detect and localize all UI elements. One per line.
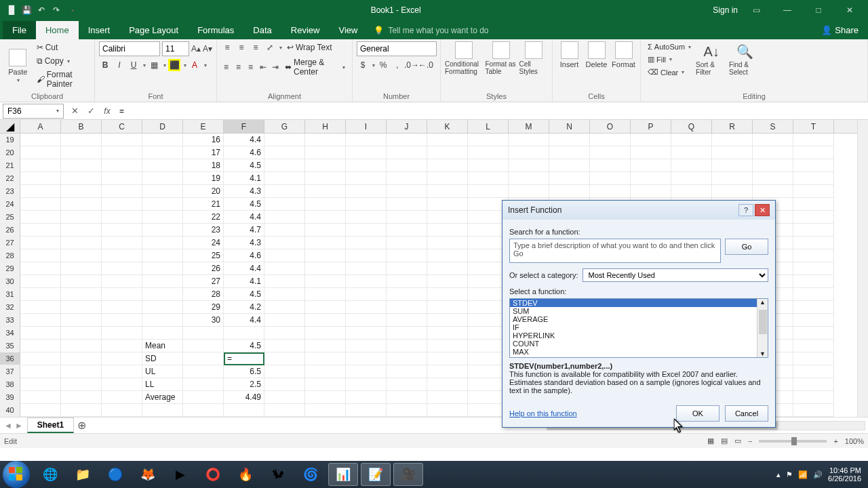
cell[interactable]	[468, 159, 509, 172]
maximize-icon[interactable]: □	[806, 0, 831, 20]
cell[interactable]	[671, 159, 712, 172]
cell[interactable]	[468, 172, 509, 185]
cell[interactable]	[793, 391, 834, 404]
cell[interactable]	[427, 314, 468, 327]
col-header-O[interactable]: O	[590, 120, 631, 133]
cell[interactable]	[793, 159, 834, 172]
cell[interactable]	[20, 224, 61, 237]
row-header[interactable]: 28	[0, 249, 20, 262]
cell[interactable]	[671, 185, 712, 198]
cell[interactable]	[61, 365, 102, 378]
cell[interactable]	[61, 159, 102, 172]
cell[interactable]	[346, 185, 387, 198]
cell[interactable]	[305, 262, 346, 275]
number-format-combo[interactable]	[357, 41, 437, 56]
cell[interactable]	[468, 134, 509, 146]
taskbar-app1-icon[interactable]: ▶	[165, 463, 195, 486]
cell[interactable]	[387, 352, 427, 365]
cell[interactable]	[305, 391, 346, 404]
cell[interactable]	[387, 301, 427, 314]
function-list-item[interactable]: AVERAGE	[510, 315, 768, 323]
cell[interactable]	[793, 185, 834, 198]
cell[interactable]: 4.4	[224, 262, 264, 275]
bold-button[interactable]: B	[99, 59, 111, 71]
cell[interactable]	[793, 146, 834, 159]
cell[interactable]	[346, 391, 387, 404]
view-page-layout-icon[interactable]: ▤	[721, 436, 728, 445]
cell[interactable]	[20, 185, 61, 198]
delete-cells-button[interactable]: Delete	[584, 41, 609, 68]
cut-button[interactable]: ✂Cut	[34, 41, 90, 54]
cell[interactable]	[305, 237, 346, 249]
qat-customize-icon[interactable]: ▾	[66, 4, 79, 16]
cell[interactable]	[793, 211, 834, 224]
cell[interactable]	[20, 198, 61, 211]
cell[interactable]	[427, 224, 468, 237]
tell-me-search[interactable]: 💡 Tell me what you want to do	[367, 22, 495, 39]
cell[interactable]	[387, 159, 427, 172]
col-header-K[interactable]: K	[427, 120, 468, 133]
tray-network-icon[interactable]: 📶	[798, 470, 808, 479]
insert-function-icon[interactable]: fx	[99, 106, 115, 116]
cell[interactable]	[590, 172, 631, 185]
formula-input[interactable]	[115, 105, 868, 117]
insert-cells-button[interactable]: Insert	[557, 41, 582, 68]
cell[interactable]	[102, 211, 142, 224]
cell[interactable]	[20, 134, 61, 146]
cell[interactable]: 26	[183, 262, 224, 275]
taskbar-uc-icon[interactable]: 🐿	[263, 463, 293, 486]
row-header[interactable]: 37	[0, 365, 20, 378]
cell[interactable]	[264, 146, 305, 159]
cell[interactable]	[753, 146, 793, 159]
percent-format-icon[interactable]: %	[377, 59, 389, 71]
cell[interactable]	[61, 327, 102, 340]
cell[interactable]	[387, 211, 427, 224]
cell[interactable]	[509, 159, 549, 172]
cell[interactable]	[590, 146, 631, 159]
cell[interactable]	[753, 185, 793, 198]
taskbar-recorder-icon[interactable]: 🎥	[393, 463, 423, 486]
cell[interactable]	[387, 249, 427, 262]
cell[interactable]: 4.7	[224, 224, 264, 237]
cell[interactable]	[142, 275, 183, 288]
cell[interactable]	[102, 340, 142, 352]
cell[interactable]	[20, 159, 61, 172]
row-header[interactable]: 38	[0, 378, 20, 391]
cell[interactable]	[102, 352, 142, 365]
col-header-C[interactable]: C	[102, 120, 142, 133]
cell[interactable]	[102, 224, 142, 237]
cell[interactable]	[427, 172, 468, 185]
row-header[interactable]: 39	[0, 391, 20, 404]
cell[interactable]: UL	[142, 365, 183, 378]
col-header-T[interactable]: T	[793, 120, 834, 133]
select-all-triangle[interactable]: ◢	[0, 120, 20, 133]
cell[interactable]	[387, 365, 427, 378]
align-right-icon[interactable]: ≡	[245, 61, 256, 73]
cell[interactable]	[20, 146, 61, 159]
cell[interactable]	[305, 198, 346, 211]
cell[interactable]	[142, 314, 183, 327]
cell[interactable]	[346, 249, 387, 262]
cell[interactable]	[346, 262, 387, 275]
cell[interactable]	[142, 327, 183, 340]
cell[interactable]: SD	[142, 352, 183, 365]
increase-font-icon[interactable]: A▴	[191, 43, 201, 55]
cell[interactable]	[20, 249, 61, 262]
cell[interactable]	[20, 404, 61, 417]
cell[interactable]	[305, 172, 346, 185]
cell[interactable]: 4.4	[224, 134, 264, 146]
cell[interactable]	[549, 172, 590, 185]
cell[interactable]	[305, 146, 346, 159]
cell[interactable]	[793, 172, 834, 185]
borders-button[interactable]: ▦	[148, 59, 160, 71]
cell[interactable]	[346, 134, 387, 146]
ribbon-display-icon[interactable]: ▭	[743, 0, 769, 20]
align-bottom-icon[interactable]: ≡	[250, 41, 262, 54]
cell[interactable]: 18	[183, 159, 224, 172]
col-header-N[interactable]: N	[549, 120, 590, 133]
function-list-scrollbar[interactable]: ▲ ▼	[757, 299, 768, 357]
cell[interactable]	[305, 224, 346, 237]
cell[interactable]: 19	[183, 172, 224, 185]
cell[interactable]	[671, 134, 712, 146]
cell[interactable]	[753, 134, 793, 146]
